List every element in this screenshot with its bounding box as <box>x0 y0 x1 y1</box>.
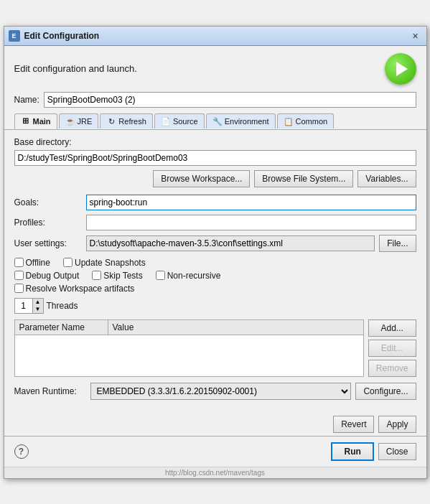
maven-runtime-select[interactable]: EMBEDDED (3.3.3/1.6.2.20150902-0001) <box>90 383 352 400</box>
threads-label: Threads <box>47 301 78 311</box>
resolve-workspace-checkbox[interactable] <box>14 284 24 293</box>
checkboxes-section: Offline Update Snapshots Debug Output Sk… <box>14 258 416 294</box>
tab-common[interactable]: 📋 Common <box>277 113 335 129</box>
add-param-button[interactable]: Add... <box>368 319 416 337</box>
offline-checkbox[interactable] <box>14 258 24 267</box>
params-table-header: Parameter Name Value <box>15 320 363 335</box>
help-icon[interactable]: ? <box>14 444 29 459</box>
resolve-workspace-checkbox-item[interactable]: Resolve Workspace artifacts <box>14 284 135 294</box>
name-row: Name: <box>4 89 426 112</box>
browse-workspace-button[interactable]: Browse Workspace... <box>153 170 250 187</box>
main-tab-content: Base directory: Browse Workspace... Brow… <box>4 130 426 413</box>
skip-tests-checkbox-item[interactable]: Skip Tests <box>92 271 142 281</box>
tab-environment-label: Environment <box>225 117 269 126</box>
browse-buttons-row: Browse Workspace... Browse File System..… <box>14 170 416 187</box>
debug-output-checkbox-item[interactable]: Debug Output <box>14 271 80 281</box>
non-recursive-checkbox[interactable] <box>156 271 165 280</box>
threads-arrows: ▲ ▼ <box>32 299 43 313</box>
name-label: Name: <box>14 95 39 105</box>
tab-main-label: Main <box>33 117 51 126</box>
checkbox-row-1: Offline Update Snapshots <box>14 258 416 268</box>
threads-up-arrow[interactable]: ▲ <box>33 299 43 306</box>
footer-center-buttons: Revert Apply <box>4 413 426 436</box>
threads-input[interactable] <box>15 299 32 313</box>
maven-runtime-row: Maven Runtime: EMBEDDED (3.3.3/1.6.2.201… <box>14 383 416 400</box>
run-button[interactable]: Run <box>331 442 373 461</box>
offline-label: Offline <box>26 258 50 268</box>
close-button[interactable]: × <box>409 29 422 42</box>
common-tab-icon: 📋 <box>284 116 294 126</box>
edit-param-button[interactable]: Edit... <box>368 340 416 357</box>
env-tab-icon: 🔧 <box>212 116 223 126</box>
remove-param-button[interactable]: Remove <box>368 360 416 377</box>
skip-tests-checkbox[interactable] <box>92 271 101 280</box>
params-table: Parameter Name Value <box>14 319 364 377</box>
params-section: Parameter Name Value Add... Edit... Remo… <box>14 319 416 383</box>
variables-button[interactable]: Variables... <box>357 170 416 187</box>
update-snapshots-label: Update Snapshots <box>75 258 146 268</box>
edit-configuration-dialog: E Edit Configuration × Edit configuratio… <box>4 26 427 479</box>
revert-button[interactable]: Revert <box>333 416 374 433</box>
params-table-container: Parameter Name Value <box>14 319 364 383</box>
update-snapshots-checkbox-item[interactable]: Update Snapshots <box>63 258 146 268</box>
maven-runtime-label: Maven Runtime: <box>14 386 86 396</box>
refresh-tab-icon: ↻ <box>106 116 116 126</box>
tabs-bar: ⊞ Main ☕ JRE ↻ Refresh 📄 Source 🔧 Enviro… <box>4 112 426 130</box>
main-tab-icon: ⊞ <box>21 116 31 126</box>
dialog-subtitle: Edit configuration and launch. <box>14 63 137 74</box>
footer-left: ? <box>14 444 29 459</box>
source-tab-icon: 📄 <box>161 116 171 126</box>
tab-jre[interactable]: ☕ JRE <box>59 113 99 129</box>
base-directory-input[interactable] <box>14 150 416 166</box>
tab-refresh-label: Refresh <box>118 117 146 126</box>
name-input[interactable] <box>44 92 416 108</box>
title-bar: E Edit Configuration × <box>4 27 426 46</box>
browse-filesystem-button[interactable]: Browse File System... <box>254 170 353 187</box>
non-recursive-checkbox-item[interactable]: Non-recursive <box>156 271 221 281</box>
dialog-title: Edit Configuration <box>24 31 409 41</box>
param-name-header: Parameter Name <box>15 320 108 335</box>
profiles-label: Profiles: <box>14 218 86 228</box>
tab-source[interactable]: 📄 Source <box>154 113 205 129</box>
base-directory-row <box>14 150 416 166</box>
goals-label: Goals: <box>14 197 86 207</box>
apply-button[interactable]: Apply <box>378 416 416 433</box>
tab-main[interactable]: ⊞ Main <box>14 113 57 129</box>
debug-output-label: Debug Output <box>26 271 80 281</box>
watermark: http://blog.csdn.net/maven/tags <box>4 467 426 478</box>
threads-down-arrow[interactable]: ▼ <box>33 306 43 313</box>
run-circle-button[interactable] <box>385 53 416 85</box>
checkbox-row-2: Debug Output Skip Tests Non-recursive <box>14 271 416 281</box>
tab-environment[interactable]: 🔧 Environment <box>206 113 276 129</box>
debug-output-checkbox[interactable] <box>14 271 24 280</box>
offline-checkbox-item[interactable]: Offline <box>14 258 50 268</box>
run-triangle-icon <box>396 62 408 76</box>
checkbox-row-3: Resolve Workspace artifacts <box>14 284 416 294</box>
user-settings-input[interactable] <box>86 235 375 251</box>
goals-row: Goals: <box>14 195 416 210</box>
update-snapshots-checkbox[interactable] <box>63 258 73 267</box>
table-side-buttons: Add... Edit... Remove <box>368 319 416 377</box>
user-settings-label: User settings: <box>14 238 86 248</box>
tab-jre-label: JRE <box>78 117 93 126</box>
close-dialog-button[interactable]: Close <box>378 443 416 460</box>
dialog-icon: E <box>9 30 20 42</box>
profiles-row: Profiles: <box>14 215 416 230</box>
param-value-header: Value <box>108 320 363 335</box>
profiles-input[interactable] <box>86 215 416 230</box>
tab-source-label: Source <box>173 117 198 126</box>
dialog-footer: ? Run Close <box>4 436 426 467</box>
skip-tests-label: Skip Tests <box>103 271 142 281</box>
params-table-body <box>15 335 363 375</box>
configure-maven-button[interactable]: Configure... <box>355 383 416 400</box>
resolve-workspace-label: Resolve Workspace artifacts <box>26 284 135 294</box>
tab-refresh[interactable]: ↻ Refresh <box>100 113 153 129</box>
threads-row: ▲ ▼ Threads <box>14 298 416 314</box>
user-settings-row: User settings: File... <box>14 235 416 252</box>
file-button[interactable]: File... <box>379 235 416 252</box>
non-recursive-label: Non-recursive <box>167 271 221 281</box>
goals-input[interactable] <box>86 195 416 210</box>
footer-right: Run Close <box>331 442 416 461</box>
base-directory-label: Base directory: <box>14 137 416 147</box>
threads-spinner[interactable]: ▲ ▼ <box>14 298 44 314</box>
